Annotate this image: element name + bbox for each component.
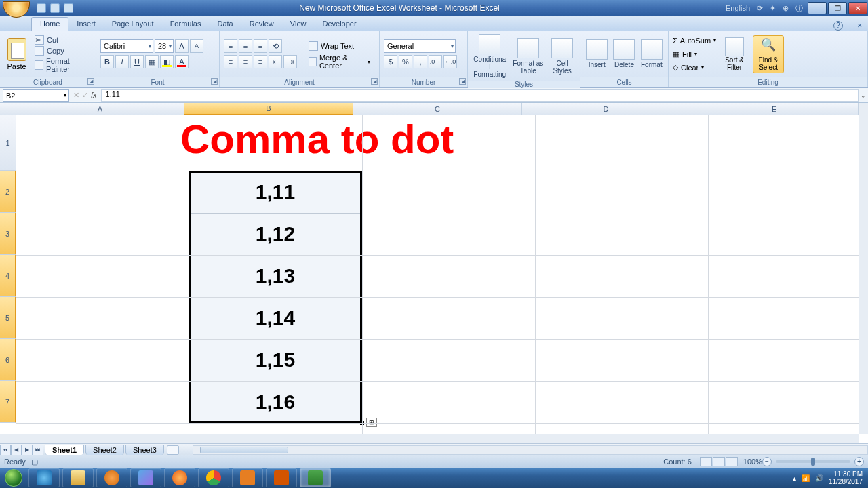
tray-expand-icon[interactable]: ▴ bbox=[793, 474, 796, 482]
tab-data[interactable]: Data bbox=[209, 18, 241, 30]
increase-indent-button[interactable]: ⇥ bbox=[283, 55, 297, 68]
align-bottom-button[interactable]: ≡ bbox=[254, 39, 267, 53]
normal-view-button[interactable] bbox=[700, 457, 712, 466]
fill-color-button[interactable]: ◧ bbox=[160, 55, 174, 68]
cell-B4[interactable]: 1,13 bbox=[189, 255, 362, 297]
column-header-C[interactable]: C bbox=[353, 103, 522, 115]
language-indicator[interactable]: English bbox=[726, 4, 750, 12]
find-select-button[interactable]: 🔍Find & Select bbox=[753, 35, 784, 73]
row-header-6[interactable]: 6 bbox=[0, 339, 16, 381]
tab-page-layout[interactable]: Page Layout bbox=[104, 18, 162, 30]
page-layout-view-button[interactable] bbox=[713, 457, 725, 466]
zoom-in-button[interactable]: + bbox=[854, 457, 864, 466]
tab-insert[interactable]: Insert bbox=[68, 18, 104, 30]
taskbar-ie[interactable] bbox=[28, 468, 60, 487]
number-format-combo[interactable]: General bbox=[384, 39, 456, 53]
vertical-scrollbar[interactable] bbox=[859, 103, 868, 434]
network-icon[interactable]: 📶 bbox=[802, 474, 810, 482]
ribbon-close-icon[interactable]: ✕ bbox=[857, 22, 863, 29]
align-middle-button[interactable]: ≡ bbox=[239, 39, 252, 53]
taskbar-firefox[interactable] bbox=[164, 468, 195, 487]
redo-icon[interactable] bbox=[64, 3, 73, 13]
cell-styles-button[interactable]: Cell Styles bbox=[549, 37, 576, 76]
clear-button[interactable]: ◇Clear▾ bbox=[673, 62, 716, 74]
zoom-slider[interactable] bbox=[776, 460, 850, 463]
enter-formula-icon[interactable]: ✓ bbox=[82, 91, 88, 100]
font-name-combo[interactable]: Calibri bbox=[100, 39, 153, 53]
minimize-button[interactable]: — bbox=[808, 2, 827, 14]
autofill-options-icon[interactable]: ⊞ bbox=[366, 418, 377, 427]
clipboard-launcher-icon[interactable]: ◢ bbox=[87, 78, 94, 85]
tray-clock[interactable]: 11:30 PM 11/28/2017 bbox=[829, 470, 863, 485]
decrease-indent-button[interactable]: ⇤ bbox=[269, 55, 282, 68]
name-box[interactable]: B2 bbox=[3, 89, 69, 102]
number-launcher-icon[interactable]: ◢ bbox=[459, 78, 466, 85]
comma-button[interactable]: , bbox=[414, 55, 427, 68]
help-icon[interactable]: ? bbox=[833, 21, 843, 30]
worksheet-grid[interactable]: ABCDE 1234567 Comma to dot ⊞ 1,111,121,1… bbox=[0, 103, 868, 443]
row-header-5[interactable]: 5 bbox=[0, 297, 16, 339]
font-launcher-icon[interactable]: ◢ bbox=[211, 78, 218, 85]
column-header-D[interactable]: D bbox=[522, 103, 691, 115]
alignment-launcher-icon[interactable]: ◢ bbox=[371, 78, 378, 85]
volume-icon[interactable]: 🔊 bbox=[815, 474, 823, 482]
row-header-2[interactable]: 2 bbox=[0, 171, 16, 213]
column-header-E[interactable]: E bbox=[690, 103, 859, 115]
undo-icon[interactable] bbox=[50, 3, 60, 13]
row-header-3[interactable]: 3 bbox=[0, 213, 16, 255]
cell-B7[interactable]: 1,16 bbox=[189, 381, 362, 423]
ribbon-minimize-icon[interactable]: — bbox=[847, 22, 853, 29]
zoom-level[interactable]: 100% bbox=[743, 458, 762, 466]
cell-B3[interactable]: 1,12 bbox=[189, 213, 362, 255]
row-header-1[interactable]: 1 bbox=[0, 115, 16, 171]
format-as-table-button[interactable]: Format as Table bbox=[511, 37, 547, 76]
sort-filter-button[interactable]: Sort & Filter bbox=[719, 37, 750, 71]
row-header-4[interactable]: 4 bbox=[0, 255, 16, 297]
taskbar-app2[interactable] bbox=[266, 468, 297, 487]
zoom-thumb[interactable] bbox=[811, 458, 815, 466]
cells-area[interactable]: Comma to dot ⊞ 1,111,121,131,141,151,16 bbox=[16, 115, 859, 434]
sheet-tab-3[interactable]: Sheet3 bbox=[125, 445, 164, 455]
italic-button[interactable]: I bbox=[115, 55, 129, 68]
sheet-nav-last[interactable]: ⏭ bbox=[33, 445, 43, 455]
tab-view[interactable]: View bbox=[282, 18, 315, 30]
macro-record-icon[interactable]: ▢ bbox=[31, 458, 38, 466]
accounting-button[interactable]: $ bbox=[384, 55, 397, 68]
paste-button[interactable]: Paste bbox=[7, 62, 26, 70]
taskbar-explorer[interactable] bbox=[62, 468, 94, 487]
office-button[interactable] bbox=[3, 1, 30, 18]
format-cells-button[interactable]: Format bbox=[639, 38, 664, 70]
align-top-button[interactable]: ≡ bbox=[224, 39, 237, 53]
row-header-7[interactable]: 7 bbox=[0, 381, 16, 423]
fx-icon[interactable]: fx bbox=[91, 91, 97, 100]
merge-center-button[interactable]: Merge & Center▾ bbox=[304, 55, 375, 68]
tab-home[interactable]: Home bbox=[31, 17, 68, 30]
tab-review[interactable]: Review bbox=[241, 18, 282, 30]
save-icon[interactable] bbox=[37, 3, 46, 13]
grow-font-button[interactable]: A bbox=[175, 39, 189, 53]
start-button[interactable] bbox=[0, 468, 27, 488]
formula-input[interactable]: 1,11 bbox=[101, 89, 859, 102]
scrollbar-thumb[interactable] bbox=[200, 447, 288, 453]
paste-icon[interactable] bbox=[7, 38, 26, 61]
increase-decimal-button[interactable]: .0→ bbox=[429, 55, 442, 68]
column-header-A[interactable]: A bbox=[16, 103, 184, 115]
sheet-nav-prev[interactable]: ◀ bbox=[11, 445, 22, 455]
horizontal-scrollbar[interactable] bbox=[193, 445, 868, 455]
taskbar-app1[interactable] bbox=[232, 468, 263, 487]
sheet-tab-1[interactable]: Sheet1 bbox=[45, 445, 84, 455]
font-color-button[interactable]: A bbox=[175, 55, 189, 68]
sheet-tab-2[interactable]: Sheet2 bbox=[85, 445, 124, 455]
format-painter-button[interactable]: Format Painter bbox=[35, 57, 92, 73]
percent-button[interactable]: % bbox=[399, 55, 412, 68]
taskbar-mail[interactable] bbox=[130, 468, 161, 487]
bold-button[interactable]: B bbox=[100, 55, 114, 68]
border-button[interactable]: ▦ bbox=[145, 55, 159, 68]
align-right-button[interactable]: ≡ bbox=[254, 55, 267, 68]
copy-button[interactable]: Copy bbox=[35, 46, 92, 56]
cell-B2[interactable]: 1,11 bbox=[189, 171, 362, 213]
shrink-font-button[interactable]: A bbox=[190, 39, 203, 53]
conditional-formatting-button[interactable]: Conditional Formatting bbox=[472, 33, 508, 79]
cut-button[interactable]: ✂Cut bbox=[35, 35, 92, 45]
column-header-B[interactable]: B bbox=[184, 103, 354, 115]
